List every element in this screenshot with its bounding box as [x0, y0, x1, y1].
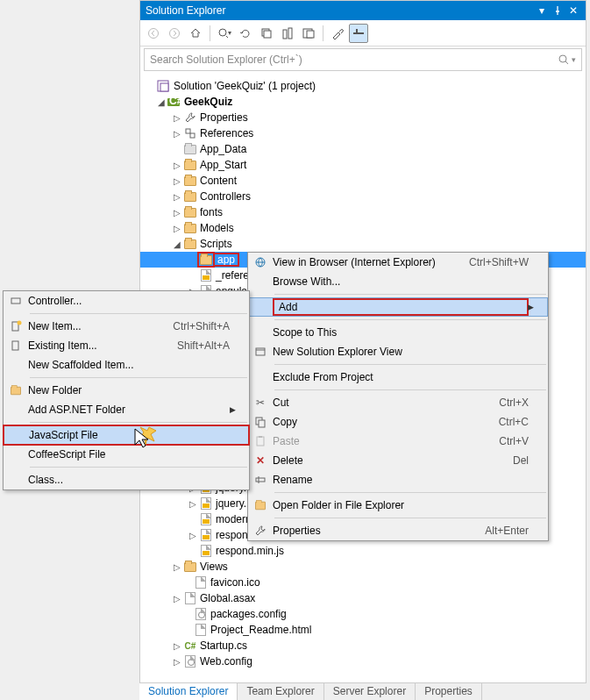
- project-node[interactable]: ◢ C# GeekQuiz: [140, 94, 586, 110]
- config-file-icon: [193, 607, 209, 621]
- tree-node[interactable]: ▷Content: [140, 173, 586, 189]
- refresh-button[interactable]: [236, 24, 255, 43]
- menu-view-in-browser[interactable]: View in Browser (Internet Explorer)Ctrl+…: [248, 253, 548, 272]
- collapse-all-button[interactable]: [257, 24, 276, 43]
- menu-scaffold[interactable]: New Scaffolded Item...: [4, 355, 249, 375]
- menu-copy[interactable]: CopyCtrl+C: [248, 412, 548, 432]
- menu-new-view[interactable]: New Solution Explorer View: [248, 342, 548, 361]
- expander-icon[interactable]: ▷: [172, 176, 182, 186]
- menu-label: Class...: [28, 474, 230, 486]
- menu-exclude[interactable]: Exclude From Project: [248, 368, 548, 387]
- menu-browse-with[interactable]: Browse With...: [248, 272, 548, 291]
- html-file-icon: [193, 623, 209, 637]
- expander-icon[interactable]: ▷: [172, 161, 182, 170]
- tree-node[interactable]: ▷Models: [140, 220, 586, 236]
- new-folder-icon: [4, 386, 28, 396]
- expander-icon[interactable]: ▷: [172, 224, 182, 233]
- svg-rect-9: [353, 32, 364, 34]
- tab-properties[interactable]: Properties: [416, 683, 482, 700]
- home-button[interactable]: [186, 24, 205, 43]
- pin-button[interactable]: [551, 4, 565, 18]
- menu-separator: [30, 422, 247, 423]
- shortcut: Ctrl+V: [499, 435, 529, 447]
- node-label: Project_Readme.html: [209, 624, 311, 636]
- menu-label: Delete: [273, 454, 513, 467]
- tree-node[interactable]: ◢Scripts: [140, 236, 586, 252]
- preview-button[interactable]: [299, 24, 318, 43]
- tree-node[interactable]: ▷Global.asax: [140, 590, 586, 606]
- solution-node[interactable]: Solution 'GeekQuiz' (1 project): [140, 78, 586, 94]
- menu-cut[interactable]: ✂CutCtrl+X: [248, 393, 548, 412]
- search-dropdown[interactable]: ▾: [572, 55, 576, 64]
- copy-icon: [248, 416, 273, 428]
- forward-button[interactable]: [165, 24, 184, 43]
- folder-icon: [182, 189, 198, 204]
- expander-icon[interactable]: ▷: [188, 531, 198, 540]
- tree-node[interactable]: Project_Readme.html: [140, 622, 586, 638]
- menu-controller[interactable]: Controller...: [4, 291, 249, 311]
- menu-properties[interactable]: PropertiesAlt+Enter: [248, 521, 548, 540]
- tree-node[interactable]: ▷Properties: [140, 110, 586, 125]
- menu-new-folder[interactable]: New Folder: [4, 381, 249, 400]
- tree-node[interactable]: App_Data: [140, 141, 586, 157]
- menu-separator: [274, 364, 546, 365]
- tree-node[interactable]: ▷Controllers: [140, 189, 586, 204]
- close-button[interactable]: ✕: [566, 4, 580, 18]
- expander-icon[interactable]: ▷: [188, 499, 198, 509]
- node-label: Views: [198, 561, 228, 573]
- expander-icon[interactable]: ▷: [172, 192, 182, 202]
- menu-class[interactable]: Class...: [4, 470, 249, 489]
- expander-icon[interactable]: ▷: [172, 208, 182, 218]
- tree-node[interactable]: packages.config: [140, 606, 586, 622]
- menu-open-folder[interactable]: Open Folder in File Explorer: [248, 496, 548, 515]
- preview-selected-toggle[interactable]: [349, 24, 368, 43]
- menu-label: Existing Item...: [28, 339, 177, 352]
- menu-delete[interactable]: ✕DeleteDel: [248, 451, 548, 470]
- menu-add[interactable]: Add▶: [248, 297, 548, 317]
- shortcut: Ctrl+X: [499, 396, 529, 409]
- expander-icon[interactable]: ▷: [172, 657, 182, 667]
- favicon-icon: [193, 575, 209, 589]
- search-input[interactable]: Search Solution Explorer (Ctrl+`) ▾: [144, 48, 582, 71]
- window-position-button[interactable]: ▾: [535, 4, 549, 18]
- tree-node[interactable]: ▷Views: [140, 559, 586, 575]
- menu-label: Browse With...: [273, 275, 529, 288]
- tree-node[interactable]: ▷Web.config: [140, 654, 586, 669]
- expander-icon[interactable]: ▷: [172, 129, 182, 139]
- menu-label: View in Browser (Internet Explorer): [273, 256, 469, 268]
- back-button[interactable]: [144, 24, 163, 43]
- menu-rename[interactable]: Rename: [248, 470, 548, 489]
- tree-node[interactable]: respond.min.js: [140, 543, 586, 559]
- tab-solution-explorer[interactable]: Solution Explorer: [139, 683, 238, 700]
- menu-aspnet-folder[interactable]: Add ASP.NET Folder▶: [4, 400, 249, 419]
- sync-button[interactable]: ▾: [215, 24, 234, 43]
- shortcut: Ctrl+Shift+A: [173, 320, 230, 332]
- tab-team-explorer[interactable]: Team Explorer: [238, 683, 323, 700]
- tree-node[interactable]: ▷C#Startup.cs: [140, 638, 586, 654]
- expander-icon[interactable]: ▷: [172, 113, 182, 123]
- menu-existing-item[interactable]: Existing Item...Shift+Alt+A: [4, 336, 249, 355]
- controller-icon: [4, 295, 28, 307]
- tree-node[interactable]: ▷References: [140, 125, 586, 141]
- menu-separator: [30, 467, 247, 468]
- show-all-button[interactable]: [278, 24, 297, 43]
- menu-javascript-file[interactable]: JavaScript File: [4, 425, 249, 445]
- menu-label: Cut: [273, 396, 499, 409]
- expander-icon[interactable]: ▷: [172, 562, 182, 572]
- menu-separator: [274, 389, 546, 390]
- tree-node[interactable]: favicon.ico: [140, 575, 586, 590]
- submenu-arrow-icon: ▶: [528, 303, 538, 311]
- menu-new-item[interactable]: New Item...Ctrl+Shift+A: [4, 317, 249, 336]
- tab-server-explorer[interactable]: Server Explorer: [324, 683, 416, 700]
- svg-rect-16: [186, 129, 190, 133]
- expander-icon[interactable]: ▷: [172, 594, 182, 604]
- tree-node[interactable]: ▷App_Start: [140, 157, 586, 173]
- tree-node[interactable]: ▷fonts: [140, 204, 586, 220]
- menu-coffeescript-file[interactable]: CoffeeScript File: [4, 445, 249, 464]
- expander-icon[interactable]: ▷: [172, 641, 182, 651]
- menu-scope-to-this[interactable]: Scope to This: [248, 323, 548, 342]
- properties-button[interactable]: [328, 24, 347, 43]
- expander-icon[interactable]: ◢: [156, 97, 167, 107]
- expander-icon[interactable]: ◢: [172, 239, 182, 249]
- folder-icon: [182, 158, 198, 172]
